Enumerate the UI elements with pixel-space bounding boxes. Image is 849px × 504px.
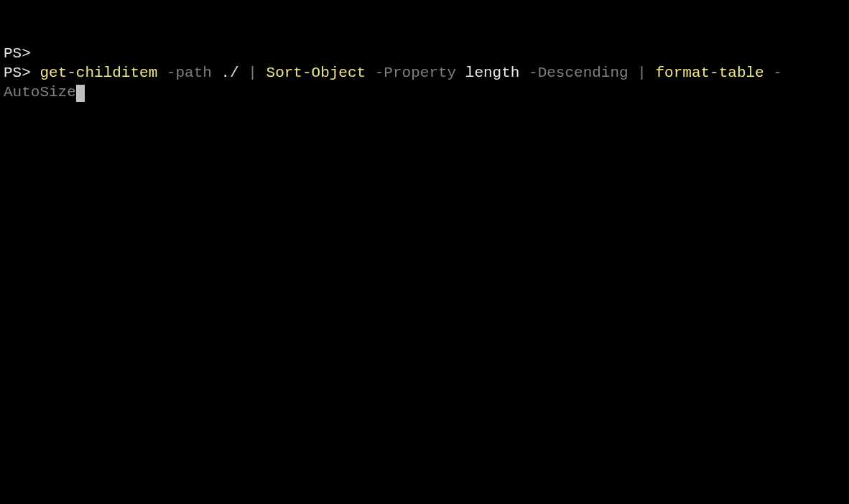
pipe-operator: | (637, 65, 646, 81)
param-path: -path (167, 65, 212, 81)
ps-prompt: PS> (4, 65, 31, 81)
arg-property-value: length (465, 65, 520, 81)
cmdlet-format-table: format-table (655, 65, 764, 81)
cmdlet-get-childitem: get-childitem (40, 65, 157, 81)
terminal-command-line[interactable]: PS> get-childitem -path ./ | Sort-Object… (4, 63, 845, 103)
param-descending: -Descending (529, 65, 628, 81)
param-property: -Property (375, 65, 456, 81)
ps-prompt: PS> (4, 45, 31, 62)
arg-path-value: ./ (221, 65, 238, 81)
cursor-block (76, 85, 85, 102)
terminal-window[interactable]: PS>PS> get-childitem -path ./ | Sort-Obj… (4, 4, 845, 122)
terminal-line-empty: PS> (4, 44, 845, 63)
pipe-operator: | (248, 65, 257, 81)
cmdlet-sort-object: Sort-Object (266, 65, 366, 81)
